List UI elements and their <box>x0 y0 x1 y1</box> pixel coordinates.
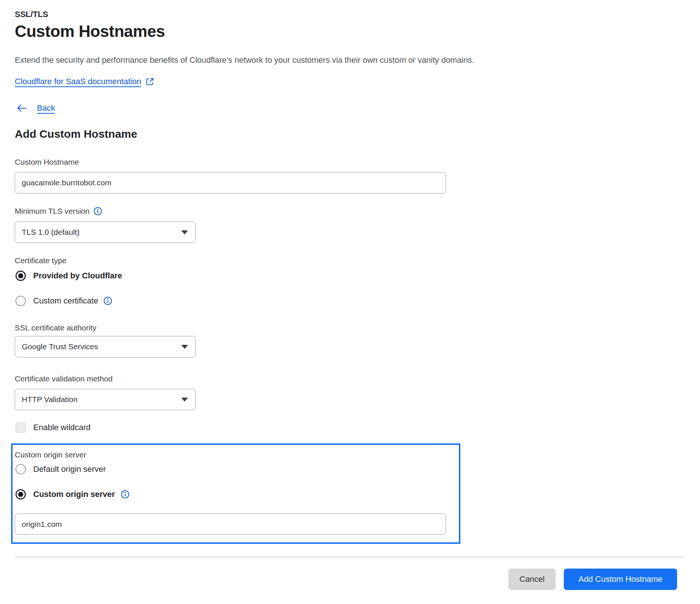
chevron-down-icon <box>181 230 188 234</box>
custom-origin-server-input[interactable] <box>15 514 446 535</box>
chevron-down-icon <box>181 345 188 349</box>
radio-unselected-icon[interactable] <box>16 464 26 474</box>
page-title: Custom Hostnames <box>15 22 165 41</box>
arrow-left-icon[interactable] <box>16 103 27 113</box>
page-description: Extend the security and performance bene… <box>15 55 474 65</box>
radio-default-origin-server[interactable]: Default origin server <box>16 464 106 474</box>
external-link-icon <box>145 77 154 86</box>
saas-documentation-link[interactable]: Cloudflare for SaaS documentation <box>15 77 154 86</box>
minimum-tls-select[interactable]: TLS 1.0 (default) <box>15 222 196 243</box>
enable-wildcard-checkbox[interactable] <box>16 422 26 433</box>
ssl-certificate-authority-label: SSL certificate authority <box>15 323 96 332</box>
saas-documentation-link-label: Cloudflare for SaaS documentation <box>15 77 141 86</box>
chevron-down-icon <box>181 398 188 402</box>
info-icon[interactable] <box>121 490 130 499</box>
radio-selected-icon[interactable] <box>16 271 26 281</box>
info-icon[interactable] <box>103 296 112 305</box>
back-navigation[interactable]: Back <box>16 103 55 113</box>
breadcrumb-section: SSL/TLS <box>15 10 48 19</box>
enable-wildcard-row[interactable]: Enable wildcard <box>16 422 90 433</box>
certificate-validation-method-select[interactable]: HTTP Validation <box>15 389 196 410</box>
radio-default-origin-server-label: Default origin server <box>33 464 106 474</box>
minimum-tls-label-row: Minimum TLS version <box>15 207 102 216</box>
radio-selected-icon[interactable] <box>16 489 26 500</box>
radio-custom-origin-server[interactable]: Custom origin server <box>16 489 130 500</box>
info-icon[interactable] <box>93 207 102 216</box>
certificate-validation-method-selected-value: HTTP Validation <box>22 395 78 404</box>
custom-origin-server-highlight-box: Custom origin server Default origin serv… <box>11 443 460 544</box>
radio-provided-by-cloudflare[interactable]: Provided by Cloudflare <box>16 271 122 281</box>
minimum-tls-label: Minimum TLS version <box>15 207 90 216</box>
certificate-validation-method-label: Certificate validation method <box>15 374 113 383</box>
ssl-certificate-authority-select[interactable]: Google Trust Services <box>15 336 196 357</box>
custom-origin-server-label: Custom origin server <box>15 450 86 459</box>
ssl-certificate-authority-selected-value: Google Trust Services <box>22 342 98 351</box>
radio-custom-certificate[interactable]: Custom certificate <box>16 296 112 306</box>
minimum-tls-selected-value: TLS 1.0 (default) <box>22 228 79 237</box>
footer-divider <box>15 557 685 557</box>
radio-provided-by-cloudflare-label: Provided by Cloudflare <box>33 271 122 281</box>
back-link[interactable]: Back <box>37 103 55 113</box>
radio-custom-certificate-label: Custom certificate <box>33 296 98 306</box>
add-custom-hostname-button[interactable]: Add Custom Hostname <box>564 569 677 590</box>
cancel-button[interactable]: Cancel <box>508 569 556 590</box>
radio-unselected-icon[interactable] <box>16 296 26 306</box>
certificate-type-label: Certificate type <box>15 256 66 265</box>
form-heading: Add Custom Hostname <box>15 128 137 140</box>
custom-hostname-label: Custom Hostname <box>15 158 79 167</box>
custom-hostname-input[interactable] <box>15 172 446 193</box>
custom-hostnames-page: SSL/TLS Custom Hostnames Extend the secu… <box>0 0 700 604</box>
radio-custom-origin-server-label: Custom origin server <box>33 490 115 499</box>
enable-wildcard-label: Enable wildcard <box>33 423 90 432</box>
